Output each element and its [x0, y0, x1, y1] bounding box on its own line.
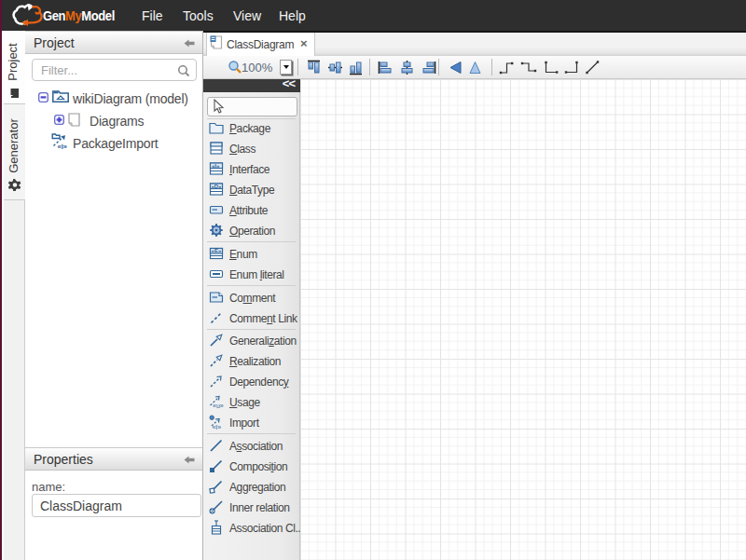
svg-text:«I»: «I»: [212, 424, 221, 430]
svg-text:«u»: «u»: [213, 403, 224, 409]
svg-text:«I»: «I»: [212, 163, 220, 169]
svg-text:«I»: «I»: [58, 143, 67, 150]
svg-text:«E»: «E»: [212, 248, 222, 253]
svg-text:«D»: «D»: [211, 184, 222, 189]
